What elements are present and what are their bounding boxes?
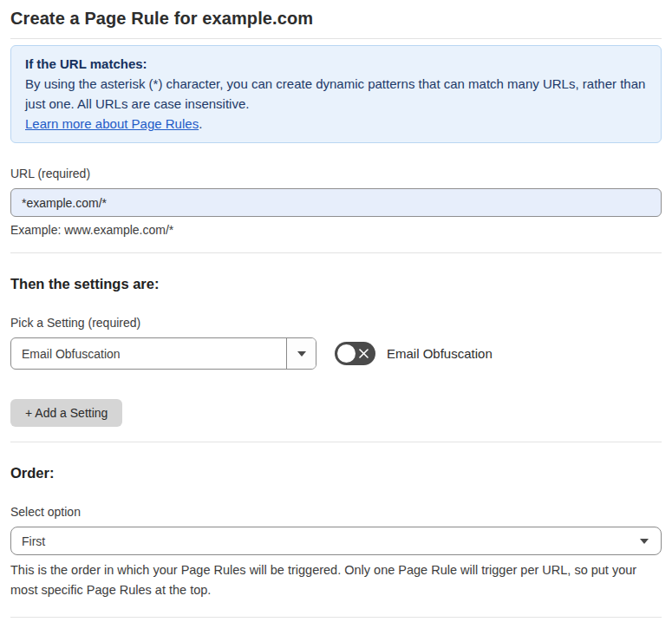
order-section-heading: Order: [10, 465, 662, 481]
order-helper-text: This is the order in which your Page Rul… [10, 560, 662, 600]
settings-section-heading: Then the settings are: [10, 276, 662, 292]
setting-select-value: Email Obfuscation [11, 338, 286, 369]
divider [10, 38, 662, 39]
add-setting-button[interactable]: + Add a Setting [10, 399, 122, 427]
info-box-heading: If the URL matches: [25, 54, 647, 74]
page-title: Create a Page Rule for example.com [10, 9, 662, 29]
toggle-label: Email Obfuscation [387, 346, 493, 361]
caret-down-icon [640, 539, 649, 544]
toggle-knob [337, 344, 356, 363]
info-box-body: By using the asterisk (*) character, you… [25, 74, 647, 114]
url-field-label: URL (required) [10, 167, 662, 180]
x-icon [358, 348, 369, 359]
order-select[interactable]: First [10, 527, 662, 555]
url-example-helper: Example: www.example.com/* [10, 223, 662, 237]
divider [10, 617, 662, 618]
order-select-label: Select option [10, 505, 662, 519]
link-suffix: . [199, 116, 202, 131]
setting-select-arrow-button[interactable] [286, 338, 316, 369]
caret-down-icon [297, 351, 306, 357]
order-select-value: First [22, 534, 45, 548]
page-rule-form: Create a Page Rule for example.com If th… [0, 0, 672, 622]
url-input[interactable] [10, 188, 662, 217]
url-match-info-box: If the URL matches: By using the asteris… [10, 45, 662, 143]
info-box-link-line: Learn more about Page Rules. [25, 114, 647, 134]
pick-setting-label: Pick a Setting (required) [10, 316, 662, 330]
setting-select[interactable]: Email Obfuscation [10, 337, 316, 370]
divider [10, 252, 662, 253]
email-obfuscation-toggle[interactable] [335, 342, 375, 365]
email-obfuscation-toggle-group: Email Obfuscation [335, 342, 493, 365]
divider [10, 442, 662, 442]
learn-more-link[interactable]: Learn more about Page Rules [25, 116, 199, 131]
setting-row: Email Obfuscation Email Obfuscation [10, 337, 662, 370]
